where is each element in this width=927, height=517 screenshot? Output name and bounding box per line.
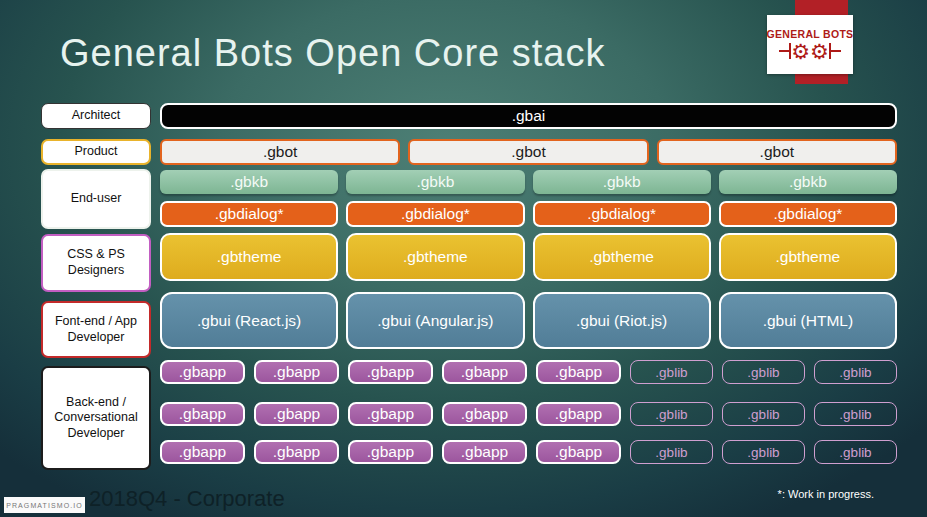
slide-canvas: General Bots Open Core stack GENERAL BOT… xyxy=(0,0,927,517)
role-label-css-ps-designers: CSS & PS Designers xyxy=(41,234,151,292)
stack-box-gblib: .gblib xyxy=(814,402,897,426)
stack-row-gbtheme: .gbtheme .gbtheme .gbtheme .gbtheme xyxy=(160,233,897,281)
stack-box-gbdialog: .gbdialog* xyxy=(160,201,338,227)
stack-box-gbui-angular: .gbui (Angular.js) xyxy=(346,292,524,349)
stack-row-gbot: .gbot .gbot .gbot xyxy=(160,139,897,165)
stack-box-gbtheme: .gbtheme xyxy=(719,233,897,281)
stack-box-gbdialog: .gbdialog* xyxy=(533,201,711,227)
stack-box-gbui-html: .gbui (HTML) xyxy=(719,292,897,349)
stack-box-gblib: .gblib xyxy=(814,440,897,464)
stack-box-gbapp: .gbapp xyxy=(254,360,339,384)
stack-box-gbdialog: .gbdialog* xyxy=(719,201,897,227)
slide-title: General Bots Open Core stack xyxy=(60,32,605,75)
footer-caption: 2018Q4 - Corporate xyxy=(89,486,285,512)
stack-box-gbapp: .gbapp xyxy=(254,440,339,464)
stack-row-apps-2: .gbapp .gbapp .gbapp .gbapp .gbapp .gbli… xyxy=(160,402,897,426)
stack-box-gbapp: .gbapp xyxy=(160,360,245,384)
stack-box-gbapp: .gbapp xyxy=(536,440,621,464)
stack-box-gbapp: .gbapp xyxy=(348,402,433,426)
stack-box-gbapp: .gbapp xyxy=(442,360,527,384)
pragmatismo-logo: PRAGMATISMO.IO xyxy=(4,497,85,513)
stack-box-gbot: .gbot xyxy=(408,139,648,165)
gear-icon: ⚙ xyxy=(810,41,829,62)
stack-row-gbui: .gbui (React.js) .gbui (Angular.js) .gbu… xyxy=(160,292,897,349)
role-label-backend-conversational-developer: Back-end / Conversational Developer xyxy=(41,366,151,470)
role-label-architect: Architect xyxy=(41,103,151,129)
stack-box-gbapp: .gbapp xyxy=(160,440,245,464)
stack-box-gblib: .gblib xyxy=(722,440,805,464)
stack-box-gbtheme: .gbtheme xyxy=(533,233,711,281)
stack-box-gbdialog: .gbdialog* xyxy=(346,201,524,227)
logo-brand-text: GENERAL BOTS xyxy=(767,28,854,40)
role-label-end-user: End-user xyxy=(41,169,151,229)
stack-box-gbui-riot: .gbui (Riot.js) xyxy=(533,292,711,349)
stack-row-gbai: .gbai xyxy=(160,103,897,129)
stack-box-gbapp: .gbapp xyxy=(254,402,339,426)
stack-box-gbapp: .gbapp xyxy=(160,402,245,426)
stack-box-gbkb: .gbkb xyxy=(346,170,524,194)
stack-box-gbot: .gbot xyxy=(657,139,897,165)
stack-box-gblib: .gblib xyxy=(722,402,805,426)
stack-box-gblib: .gblib xyxy=(814,360,897,384)
stack-box-gbapp: .gbapp xyxy=(536,402,621,426)
stack-box-gblib: .gblib xyxy=(630,360,713,384)
stack-box-gbkb: .gbkb xyxy=(719,170,897,194)
stack-box-gblib: .gblib xyxy=(630,440,713,464)
stack-box-gbapp: .gbapp xyxy=(442,440,527,464)
stack-box-gblib: .gblib xyxy=(722,360,805,384)
gear-icon: ⚙ xyxy=(791,41,810,62)
gears-icon: ⚙ ⚙ xyxy=(779,41,841,62)
stack-row-gbkb: .gbkb .gbkb .gbkb .gbkb xyxy=(160,170,897,194)
general-bots-logo: GENERAL BOTS ⚙ ⚙ xyxy=(767,15,853,74)
gear-line-left-icon xyxy=(779,50,789,52)
stack-box-gbot: .gbot xyxy=(160,139,400,165)
stack-box-gbtheme: .gbtheme xyxy=(160,233,338,281)
stack-box-gbkb: .gbkb xyxy=(160,170,338,194)
role-label-frontend-app-developer: Font-end / App Developer xyxy=(41,301,151,358)
gear-line-right-icon xyxy=(831,50,841,52)
role-label-product: Product xyxy=(41,139,151,165)
stack-box-gbapp: .gbapp xyxy=(442,402,527,426)
stack-box-gbui-react: .gbui (React.js) xyxy=(160,292,338,349)
stack-box-gbapp: .gbapp xyxy=(536,360,621,384)
stack-box-gbai: .gbai xyxy=(160,103,897,129)
work-in-progress-footnote: *: Work in progress. xyxy=(778,488,874,500)
stack-box-gbtheme: .gbtheme xyxy=(346,233,524,281)
stack-row-gbdialog: .gbdialog* .gbdialog* .gbdialog* .gbdial… xyxy=(160,201,897,227)
stack-box-gbapp: .gbapp xyxy=(348,360,433,384)
stack-box-gbkb: .gbkb xyxy=(533,170,711,194)
stack-row-apps-3: .gbapp .gbapp .gbapp .gbapp .gbapp .gbli… xyxy=(160,440,897,464)
stack-row-apps-1: .gbapp .gbapp .gbapp .gbapp .gbapp .gbli… xyxy=(160,360,897,384)
stack-box-gblib: .gblib xyxy=(630,402,713,426)
stack-box-gbapp: .gbapp xyxy=(348,440,433,464)
